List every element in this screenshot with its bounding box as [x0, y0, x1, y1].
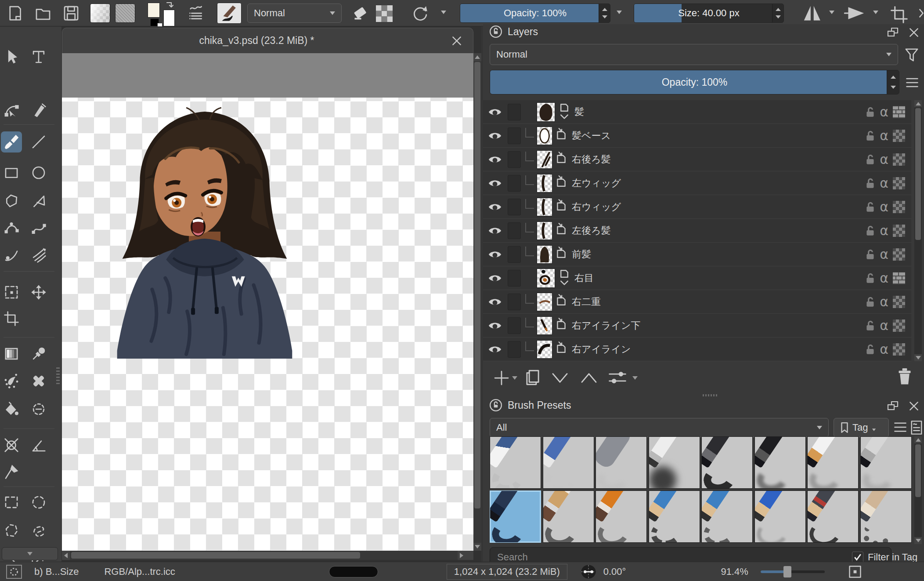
layer-thumbnail[interactable] — [537, 150, 552, 169]
opacity-slider[interactable]: Opacity: 100% — [460, 4, 610, 23]
docker-lock-icon[interactable] — [489, 399, 502, 412]
layers-close-icon[interactable] — [908, 27, 920, 38]
layer-type-icon[interactable] — [555, 174, 568, 192]
tool-freehand-brush[interactable] — [1, 131, 22, 153]
layer-inherit-alpha-icon[interactable] — [893, 320, 905, 332]
layer-inherit-alpha-icon[interactable] — [893, 343, 905, 356]
layer-select-checkbox[interactable] — [508, 246, 521, 263]
layer-inherit-alpha-icon[interactable] — [893, 153, 905, 166]
layer-lock-icon[interactable] — [865, 248, 876, 261]
layer-name[interactable]: 右後ろ髪 — [572, 153, 865, 166]
layer-select-checkbox[interactable] — [508, 341, 521, 358]
foreground-background-colors[interactable] — [148, 3, 176, 25]
layer-properties-icon[interactable] — [607, 368, 628, 387]
layer-select-checkbox[interactable] — [508, 151, 521, 168]
layer-thumbnail[interactable] — [537, 222, 552, 240]
brush-preset[interactable] — [649, 436, 700, 489]
layer-thumbnail[interactable] — [537, 269, 555, 288]
layer-inherit-alpha-icon[interactable] — [893, 248, 905, 261]
canvas-rotation-icon[interactable] — [579, 563, 598, 580]
move-layer-down-icon[interactable] — [550, 369, 570, 387]
layer-row[interactable]: 前髪 α — [483, 243, 911, 266]
layer-visibility-eye-icon[interactable] — [487, 225, 502, 236]
layer-select-checkbox[interactable] — [508, 222, 521, 239]
layer-thumbnail[interactable] — [537, 316, 552, 335]
layer-opacity-slider[interactable]: Opacity: 100% — [490, 70, 899, 94]
scroll-right-arrow[interactable] — [458, 551, 466, 560]
layers-float-icon[interactable] — [886, 27, 899, 38]
layer-lock-icon[interactable] — [865, 320, 876, 332]
layer-type-icon[interactable] — [558, 103, 571, 121]
layer-type-icon[interactable] — [555, 246, 568, 263]
layer-row[interactable]: 左後ろ髪 α — [483, 219, 911, 243]
tool-reference-images[interactable] — [1, 461, 22, 482]
layer-alpha-icon[interactable]: α — [880, 247, 888, 262]
close-document-icon[interactable] — [451, 35, 462, 47]
brush-preset[interactable] — [543, 436, 594, 489]
tool-polygon[interactable] — [1, 190, 22, 211]
canvas-vertical-scrollbar[interactable] — [473, 53, 481, 551]
document-tab[interactable]: chika_v3.psd (23.2 MiB) * — [62, 28, 473, 53]
layer-alpha-icon[interactable]: α — [880, 341, 888, 357]
tool-rectangular-selection[interactable] — [1, 492, 22, 513]
layer-alpha-icon[interactable]: α — [880, 223, 888, 238]
tool-gradient[interactable] — [1, 343, 22, 364]
layer-name[interactable]: 前髪 — [572, 248, 865, 261]
layer-name[interactable]: 髪ベース — [572, 129, 865, 142]
layer-alpha-icon[interactable]: α — [880, 104, 888, 120]
layer-alpha-icon[interactable]: α — [880, 152, 888, 167]
layer-name[interactable]: 右二重 — [572, 295, 865, 309]
layer-thumbnail[interactable] — [537, 127, 552, 145]
layer-list-scrollbar[interactable] — [914, 100, 922, 361]
duplicate-layer-icon[interactable] — [523, 368, 542, 387]
layer-lock-icon[interactable] — [865, 177, 876, 189]
layer-visibility-eye-icon[interactable] — [487, 130, 502, 142]
tool-patch[interactable] — [28, 370, 49, 392]
layer-inherit-alpha-icon[interactable] — [893, 106, 905, 118]
layer-visibility-eye-icon[interactable] — [487, 344, 502, 355]
mirror-horizontal-button[interactable] — [800, 4, 825, 23]
tool-multibrush[interactable] — [28, 245, 49, 266]
layer-visibility-eye-icon[interactable] — [487, 154, 502, 165]
brush-grid-scrollbar[interactable] — [914, 436, 922, 544]
brush-preset[interactable] — [649, 490, 700, 543]
toolbox-splitter-handle[interactable] — [56, 367, 60, 386]
layer-alpha-icon[interactable]: α — [880, 318, 888, 333]
preserve-alpha-button[interactable] — [376, 5, 393, 22]
layer-lock-icon[interactable] — [865, 272, 876, 284]
eraser-mode-button[interactable] — [351, 4, 369, 22]
layer-thumbnail[interactable] — [537, 245, 552, 264]
zoom-slider-handle[interactable] — [783, 566, 791, 577]
layer-type-icon[interactable] — [555, 293, 568, 311]
add-layer-dropdown-arrow[interactable] — [512, 376, 517, 380]
layer-type-icon[interactable] — [555, 198, 568, 216]
layer-lock-icon[interactable] — [865, 296, 876, 308]
layer-lock-icon[interactable] — [865, 201, 876, 213]
presets-list-view-icon[interactable] — [893, 421, 907, 434]
pattern-swatch[interactable] — [115, 4, 135, 23]
tool-enclose-and-fill[interactable] — [28, 399, 49, 420]
tool-assistants[interactable] — [1, 435, 22, 456]
toolbox-overflow-button[interactable] — [2, 547, 58, 560]
brush-preset[interactable] — [860, 490, 912, 543]
layer-thumbnail[interactable] — [537, 102, 555, 122]
brush-preset[interactable] — [490, 436, 541, 489]
add-layer-icon[interactable] — [493, 369, 510, 387]
layer-type-icon[interactable] — [555, 222, 568, 240]
reload-preset-button[interactable] — [411, 4, 430, 23]
tool-smart-patch[interactable] — [1, 370, 22, 392]
tool-calligraphy[interactable] — [28, 100, 49, 121]
scroll-left-arrow[interactable] — [62, 551, 70, 560]
layer-row[interactable]: 右目 α — [483, 266, 911, 290]
tool-freehand-selection[interactable] — [28, 520, 49, 541]
tool-polyline[interactable] — [28, 190, 49, 211]
tool-transform[interactable] — [1, 282, 22, 303]
layer-type-icon[interactable] — [555, 151, 568, 168]
tag-filter-dropdown[interactable]: All — [490, 418, 829, 437]
tool-ellipse[interactable] — [28, 162, 49, 183]
tool-dynamic-brush[interactable] — [1, 245, 22, 266]
color-profile-label[interactable]: RGB/Alp...trc.icc — [104, 566, 175, 577]
layer-alpha-icon[interactable]: α — [880, 270, 888, 286]
layer-inherit-alpha-icon[interactable] — [893, 296, 905, 308]
brush-settings-icon[interactable] — [186, 4, 205, 22]
